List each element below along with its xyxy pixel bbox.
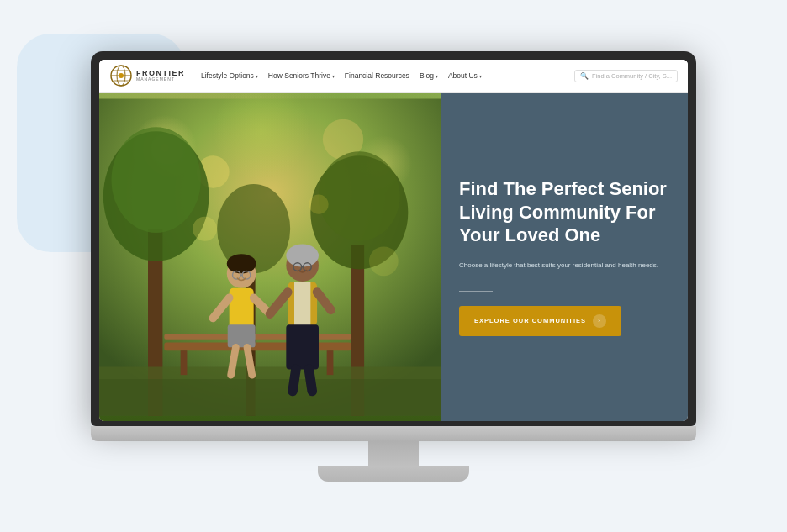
- monitor-neck: [368, 441, 419, 466]
- svg-point-49: [193, 216, 217, 240]
- nav-item-lifestyle[interactable]: Lifestyle Options ▾: [197, 68, 262, 83]
- hero-title: Find The Perfect Senior Living Community…: [459, 177, 669, 247]
- hero-image: [99, 93, 441, 421]
- svg-rect-28: [230, 287, 254, 328]
- chevron-down-icon: ▾: [256, 73, 258, 79]
- svg-rect-31: [228, 324, 256, 347]
- search-icon: 🔍: [580, 72, 589, 80]
- svg-point-38: [286, 244, 319, 266]
- chevron-down-icon: ▾: [479, 73, 482, 79]
- monitor-bottom-bar: [91, 426, 696, 441]
- nav-item-financial[interactable]: Financial Resources: [341, 68, 414, 83]
- hero-content: Find The Perfect Senior Living Community…: [441, 93, 688, 421]
- monitor-wrapper: FRONTIER MANAGEMENT Lifestyle Options ▾ …: [91, 51, 696, 482]
- hero-scene-svg: [99, 93, 441, 421]
- logo-text: FRONTIER MANAGEMENT: [136, 70, 185, 82]
- nav-item-about[interactable]: About Us ▾: [444, 68, 486, 83]
- svg-point-50: [309, 194, 328, 213]
- svg-point-18: [319, 151, 400, 240]
- logo[interactable]: FRONTIER MANAGEMENT: [109, 64, 185, 87]
- logo-icon: [109, 64, 133, 87]
- hero-divider: [459, 291, 493, 292]
- monitor-bezel: FRONTIER MANAGEMENT Lifestyle Options ▾ …: [91, 51, 696, 426]
- svg-rect-46: [286, 324, 319, 369]
- svg-point-27: [227, 254, 256, 273]
- svg-rect-43: [294, 282, 310, 326]
- svg-point-16: [112, 127, 201, 233]
- search-bar[interactable]: 🔍 Find a Community / City, S...: [574, 70, 678, 82]
- hero-section: Find The Perfect Senior Living Community…: [99, 93, 688, 421]
- svg-line-47: [293, 369, 296, 391]
- svg-rect-24: [181, 350, 188, 375]
- nav-item-blog[interactable]: Blog ▾: [415, 68, 442, 83]
- svg-line-33: [247, 347, 252, 375]
- svg-rect-25: [327, 350, 334, 375]
- svg-rect-22: [164, 342, 351, 350]
- photo-background: [99, 93, 441, 421]
- chevron-down-icon: ▾: [332, 73, 335, 79]
- nav-item-seniors-thrive[interactable]: How Seniors Thrive ▾: [264, 68, 339, 83]
- svg-rect-23: [164, 334, 351, 339]
- cta-button[interactable]: EXPLORE OUR COMMUNITIES ›: [459, 306, 621, 336]
- chevron-down-icon: ▾: [436, 73, 438, 79]
- svg-point-51: [369, 246, 399, 276]
- nav-items: Lifestyle Options ▾ How Seniors Thrive ▾…: [197, 68, 571, 83]
- cta-chevron-icon: ›: [593, 314, 606, 328]
- svg-rect-21: [99, 379, 441, 416]
- svg-line-48: [309, 369, 312, 391]
- svg-point-5: [119, 73, 124, 78]
- monitor-screen: FRONTIER MANAGEMENT Lifestyle Options ▾ …: [99, 60, 688, 421]
- monitor-base: [318, 466, 469, 482]
- navbar: FRONTIER MANAGEMENT Lifestyle Options ▾ …: [99, 60, 688, 93]
- hero-description: Choose a lifestyle that best suits your …: [459, 261, 661, 271]
- svg-line-32: [231, 347, 236, 375]
